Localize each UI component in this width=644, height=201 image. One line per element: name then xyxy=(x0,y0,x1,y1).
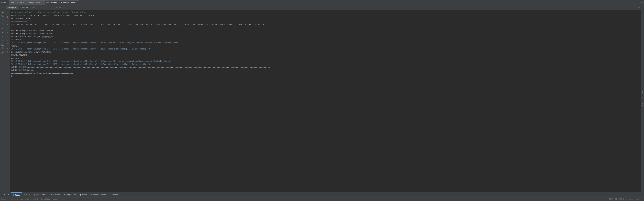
status-branch: master xyxy=(636,198,643,200)
debug-panel: Debugger Console ≡ ← ↓ ↑ ↗ ↙ ⊟ ⊡ ⊡ ▶ ■ ⏸… xyxy=(5,5,640,192)
console-output[interactable]: /Library/Java/JavaVirtualMachines/zulu-8… xyxy=(10,10,640,192)
sidebar-bookmark-icon[interactable]: ★ xyxy=(1,26,4,30)
tab-netty-server-close[interactable]: ✕ xyxy=(41,2,42,4)
toolbar-down-btn[interactable]: ↓ xyxy=(40,6,43,9)
tab-netty-server[interactable]: com.tuling.nio.NettyServer ✕ xyxy=(9,0,44,5)
run-cursor-btn[interactable]: ⇥ xyxy=(6,39,9,42)
status-text: Loaded classes are up to date. Nothing t… xyxy=(1,198,66,200)
step-into-btn[interactable]: ↓ xyxy=(6,27,9,30)
toolbar: Debugger Console ≡ ← ↓ ↑ ↗ ↙ ⊟ ⊡ ⊡ xyxy=(5,5,640,10)
tab-netty-client-label: com.tuling.nio.NettyClient xyxy=(46,2,75,4)
tab-netty-client[interactable]: com.tuling.nio.NettyClient ✕ xyxy=(44,0,79,5)
step-out-btn[interactable]: ↑ xyxy=(6,35,9,38)
console-line-12: 10:51:54.574 [nioEventLoopGroup-2-1] INF… xyxy=(11,48,639,51)
dependencies-icon: ⊡ xyxy=(91,194,92,196)
console-line-5 xyxy=(11,26,639,29)
bottom-tab-endpoints[interactable]: ⊕ Endpoints xyxy=(62,192,78,197)
console-line-17: 10:52:02.038 [nioEventLoopGroup-3-1] INF… xyxy=(11,63,639,66)
toolbar-back-btn[interactable]: ← xyxy=(36,6,39,9)
console-line-3: ============== xyxy=(11,20,639,23)
bottom-tab-dependencies[interactable]: ⊡ Dependencies xyxy=(89,192,108,197)
bottom-tab-profiler[interactable]: ⏱ Profiler xyxy=(47,192,62,197)
console-line-9: waiters = 1 xyxy=(11,38,639,41)
debugger-tab[interactable]: Debugger xyxy=(6,6,18,9)
console-line-8: DefaultChannelPromise sync 方法开始执行 xyxy=(11,35,639,38)
trash-btn[interactable]: 🗑 xyxy=(6,50,9,54)
settings-icon: ⚙ xyxy=(640,1,641,4)
toolbar-stepout-btn[interactable]: ↗ xyxy=(47,6,50,9)
bottom-bar: ⎇ Git Debug ☑ TODO Problems ⏱ Profiler ⊕… xyxy=(0,192,644,197)
build-dot xyxy=(80,194,81,195)
settings-button[interactable]: ⚙ ⊟ xyxy=(640,1,643,4)
bottom-tab-build[interactable]: Build xyxy=(78,192,89,197)
console-line-19: 收到客户端的消息:66bbbb xyxy=(11,69,639,72)
notifications-label: Notifications xyxy=(642,91,643,106)
problems-dot xyxy=(34,194,35,195)
todo-label: TODO xyxy=(26,194,30,196)
status-encoding: UTF-8 xyxy=(619,198,624,200)
toolbar-layout-btn[interactable]: ⊡ xyxy=(58,6,62,9)
toolbar-eval-btn[interactable]: ↙ xyxy=(51,6,54,9)
console-tab[interactable]: Console xyxy=(19,6,30,9)
profiler-label: Profiler xyxy=(51,194,60,196)
console-line-0: /Library/Java/JavaVirtualMachines/zulu-8… xyxy=(11,11,639,14)
bottom-tab-terminal[interactable]: ▷ Terminal xyxy=(108,192,122,197)
sidebar-attach-icon[interactable]: 📎 xyxy=(1,14,4,18)
sidebar-run-icon[interactable]: ▶ xyxy=(1,6,4,10)
endpoints-label: Endpoints xyxy=(66,194,76,196)
console-line-4: [16, 32, 48, 64, 80, 96, 112, 128, 144, … xyxy=(11,23,639,26)
text-cursor xyxy=(11,75,12,77)
sidebar-breakpoint-icon[interactable]: ◉ xyxy=(1,30,4,34)
toolbar-up-btn[interactable]: ↑ xyxy=(43,6,47,9)
bottom-tab-debug[interactable]: Debug xyxy=(11,192,22,197)
git-icon: ⎇ xyxy=(3,194,5,196)
problems-label: Problems xyxy=(36,194,45,196)
sidebar-camera-icon[interactable]: 📷 xyxy=(1,42,4,46)
sidebar-trash-icon[interactable]: 🗑 xyxy=(1,47,4,50)
dependencies-label: Dependencies xyxy=(93,194,106,196)
git-label: Git xyxy=(6,194,9,196)
status-bar: Loaded classes are up to date. Nothing t… xyxy=(0,197,644,201)
stop-btn[interactable]: ■ xyxy=(6,15,9,19)
build-label: Build xyxy=(82,194,87,196)
toolbar-expand-btn[interactable]: ⊡ xyxy=(638,7,640,9)
main-container: ▶ 🐛 📎 ☂ ⏱ ★ ◉ ⊞ ⚙ 📷 🗑 📌 Debugger Console… xyxy=(0,5,644,192)
tab-netty-server-label: com.tuling.nio.NettyServer xyxy=(11,2,40,4)
force-step-btn[interactable]: ↡ xyxy=(6,31,9,34)
endpoints-icon: ⊕ xyxy=(64,194,65,196)
sidebar-debug-icon[interactable]: 🐛 xyxy=(1,10,4,14)
sidebar-coverage-icon[interactable]: ☂ xyxy=(1,18,4,22)
bottom-tab-todo[interactable]: ☑ TODO xyxy=(22,192,32,197)
toolbar-grid-btn[interactable]: ⊟ xyxy=(54,6,58,9)
layout-icon: ⊟ xyxy=(642,1,643,4)
console-line-6: doBind 的 regFuture addListener before xyxy=(11,29,639,32)
toolbar-menu-btn[interactable]: ≡ xyxy=(32,6,36,9)
sidebar-settings-icon[interactable]: ⚙ xyxy=(1,38,4,42)
content-area: ▶ ■ ⏸ ↷ ↓ ↡ ↑ ⇥ ? ◈ 🗑 /Library/Java/Java… xyxy=(5,10,640,192)
bottom-tab-git[interactable]: ⎇ Git xyxy=(1,192,11,197)
console-line-1: Connected to the target VM, address: '12… xyxy=(11,14,639,17)
debug-label-bottom: Debug xyxy=(15,194,20,196)
resume-btn[interactable]: ▶ xyxy=(6,11,9,15)
profiler-icon: ⏱ xyxy=(49,194,50,196)
todo-icon: ☑ xyxy=(24,194,25,196)
console-line-7: doBind 的 regFuture addListener after xyxy=(11,32,639,35)
sidebar-profile-icon[interactable]: ⏱ xyxy=(1,22,4,26)
terminal-label: Terminal xyxy=(112,194,121,196)
console-line-2: netty server start .... xyxy=(11,17,639,20)
console-line-15: waiters = 1 xyxy=(11,57,639,60)
pause-btn[interactable]: ⏸ xyxy=(6,19,9,22)
status-position: 21:1 xyxy=(609,198,613,200)
bottom-tab-problems[interactable]: Problems xyxy=(32,192,47,197)
eval-expr-btn[interactable]: ? xyxy=(6,42,9,46)
console-line-16: 10:52:02.038 [nioEventLoopGroup-3-1] INF… xyxy=(11,60,639,63)
terminal-icon: ▷ xyxy=(110,194,111,196)
left-sidebar: ▶ 🐛 📎 ☂ ⏱ ★ ◉ ⊞ ⚙ 📷 🗑 📌 xyxy=(0,5,5,192)
sidebar-layout-icon[interactable]: ⊞ xyxy=(1,34,4,38)
debug-label: Debug: xyxy=(1,1,8,4)
tab-netty-client-close[interactable]: ✕ xyxy=(76,2,77,4)
trace-btn[interactable]: ◈ xyxy=(6,46,9,50)
sidebar-pin-icon[interactable]: 📌 xyxy=(1,51,4,54)
step-over-btn[interactable]: ↷ xyxy=(6,23,9,26)
console-line-20: ================channelReadComplete=====… xyxy=(11,72,639,75)
